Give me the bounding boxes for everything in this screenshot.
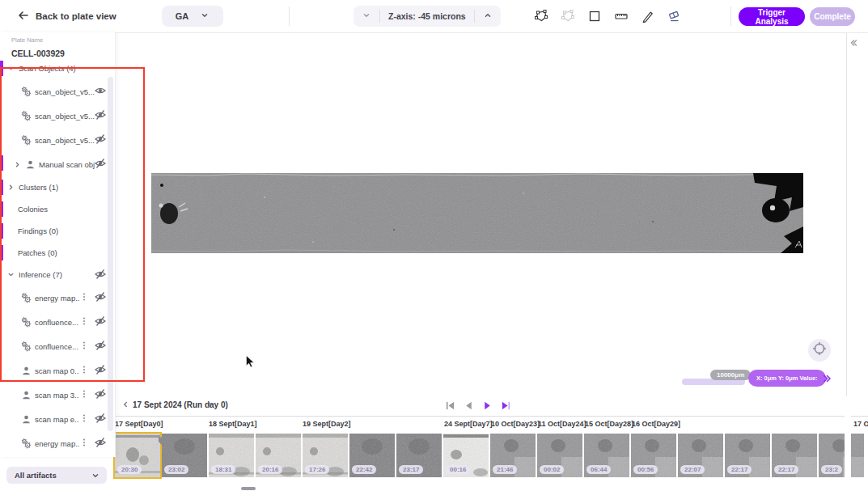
kebab-menu-icon[interactable]: [79, 389, 89, 400]
rectangle-tool[interactable]: [587, 9, 602, 23]
layer-row-inference-7[interactable]: Inference (7): [0, 264, 115, 286]
visibility-off-icon[interactable]: [95, 315, 106, 328]
timeline-thumbnail[interactable]: 18:31: [209, 434, 254, 477]
timeline-thumbnail[interactable]: 17:26: [303, 434, 348, 477]
layer-label: Patches (0): [18, 248, 57, 257]
chevron-right-icon[interactable]: [6, 183, 15, 192]
layer-row-scan-object-v5[interactable]: scan_object_v5...: [0, 128, 115, 152]
brush-tool[interactable]: [641, 9, 655, 23]
back-to-plate-view-button[interactable]: Back to plate view: [18, 0, 116, 32]
chevron-down-icon[interactable]: [6, 270, 15, 279]
toolbar: Back to plate view GA Z-axis: -45 micron…: [0, 0, 868, 33]
previous-day-button[interactable]: [120, 400, 131, 411]
z-axis-up-button[interactable]: [475, 11, 501, 22]
layer-row-scan-map-0[interactable]: scan map 0...: [0, 358, 115, 383]
timeline-thumbnail[interactable]: 00:16: [443, 434, 489, 477]
timeline-thumbnail[interactable]: 20:16: [256, 434, 301, 477]
expand-coordinates-button[interactable]: [822, 373, 833, 387]
layer-row-scan-object-v5[interactable]: scan_object_v5...: [0, 104, 115, 128]
timeline-position-marker[interactable]: [158, 434, 166, 449]
layer-label: scan map e...: [35, 415, 79, 424]
layer-row-scan-object-v5[interactable]: scan_object_v5...: [0, 79, 115, 104]
layer-row-scan-objects-4[interactable]: Scan Objects (4): [0, 57, 115, 79]
well-selector-dropdown[interactable]: GA: [162, 6, 223, 27]
layer-row-scan-map-e[interactable]: scan map e...: [0, 407, 115, 431]
double-chevron-left-icon: [849, 36, 858, 51]
collapse-right-panel-button[interactable]: [847, 37, 860, 50]
scan-image-strip[interactable]: [151, 173, 803, 253]
layer-label: energy map...: [35, 294, 79, 303]
layer-row-patches-0[interactable]: Patches (0): [0, 242, 115, 264]
timeline-thumbnail[interactable]: 21:46: [490, 434, 536, 477]
layer-row-findings-0[interactable]: Findings (0): [0, 220, 115, 242]
kebab-menu-icon[interactable]: [79, 365, 89, 376]
timeline-thumbnail[interactable]: 23:02: [162, 434, 207, 477]
chevron-right-icon[interactable]: [13, 160, 22, 169]
visibility-off-icon[interactable]: [95, 364, 106, 377]
visibility-off-icon[interactable]: [95, 437, 106, 450]
play-button[interactable]: [481, 400, 493, 411]
timeline-thumbnail[interactable]: 23:17: [396, 434, 442, 477]
visibility-off-icon[interactable]: [95, 109, 106, 122]
step-back-button[interactable]: [463, 400, 474, 411]
layer-label: confluence...: [35, 318, 78, 327]
thumbnail-timestamp: 23:17: [399, 465, 423, 474]
visibility-on-icon[interactable]: [95, 85, 106, 98]
layer-row-confluence[interactable]: confluence...: [0, 310, 115, 334]
timeline-thumbnail[interactable]: 22:17: [772, 434, 817, 477]
visibility-off-icon[interactable]: [95, 158, 106, 171]
layer-row-manual-scan-obj[interactable]: Manual scan obj...: [0, 152, 115, 176]
z-axis-down-button[interactable]: [354, 11, 379, 22]
next-day-button[interactable]: [204, 400, 215, 411]
timeline-thumbnail[interactable]: 20:30: [115, 434, 160, 477]
visibility-off-icon[interactable]: [95, 388, 106, 401]
thumbnail-timestamp: 00:56: [633, 465, 658, 474]
chevron-up-icon: [483, 11, 493, 22]
timeline-thumbnail[interactable]: 00:56: [631, 434, 676, 477]
thumbnail-timestamp: 00:02: [540, 465, 564, 474]
eraser-tool[interactable]: [667, 9, 682, 23]
visibility-off-icon[interactable]: [95, 133, 106, 146]
kebab-menu-icon[interactable]: [79, 413, 89, 425]
pipeline-gears-icon: [21, 438, 32, 449]
timeline-horizontal-scrollbar[interactable]: [241, 487, 256, 490]
timeline-thumbnail[interactable]: 23:2: [819, 434, 864, 477]
visibility-off-icon[interactable]: [95, 269, 106, 281]
polygon-select-tool[interactable]: [534, 9, 548, 23]
timeline-thumbnail[interactable]: 22:42: [349, 434, 395, 477]
timeline-thumbnail[interactable]: 22:17: [725, 434, 770, 477]
visibility-off-icon[interactable]: [95, 340, 106, 353]
kebab-menu-icon[interactable]: [79, 292, 89, 303]
layer-row-colonies[interactable]: Colonies: [0, 198, 115, 220]
complete-button[interactable]: Complete: [810, 7, 855, 26]
kebab-menu-icon[interactable]: [79, 341, 89, 352]
kebab-menu-icon[interactable]: [79, 316, 89, 328]
timeline-thumbnail[interactable]: 06:44: [584, 434, 629, 477]
image-viewer-canvas[interactable]: 10000μm X: 0μm Y: 0μm Value:: [115, 32, 868, 396]
skip-start-button[interactable]: [444, 400, 455, 411]
skip-end-button[interactable]: [500, 400, 511, 411]
visibility-off-icon[interactable]: [95, 291, 106, 304]
row-actions: [95, 158, 106, 171]
layer-label: Colonies: [18, 205, 48, 214]
ruler-tool[interactable]: [614, 9, 629, 23]
chevron-down-icon: [362, 11, 371, 22]
all-artifacts-dropdown[interactable]: All artifacts: [6, 467, 107, 484]
trigger-analysis-button[interactable]: Trigger Analysis: [739, 7, 805, 26]
layer-row-clusters-1[interactable]: Clusters (1): [0, 176, 115, 198]
user-icon: [25, 159, 36, 170]
timeline-thumbnail[interactable]: 00:02: [537, 434, 582, 477]
sidebar-scrollbar[interactable]: [108, 77, 113, 431]
layer-row-energy-map[interactable]: energy map...: [0, 431, 115, 455]
visibility-off-icon[interactable]: [95, 413, 106, 425]
drawing-tools: [534, 0, 682, 32]
timeline-thumbnail[interactable]: 22:07: [678, 434, 723, 477]
chevron-down-icon[interactable]: [6, 64, 15, 73]
kebab-menu-icon[interactable]: [79, 438, 89, 449]
row-actions: [79, 388, 106, 401]
layer-row-scan-map-3[interactable]: scan map 3...: [0, 383, 115, 407]
scale-bar-label: 10000μm: [710, 370, 751, 380]
layer-row-energy-map[interactable]: energy map...: [0, 286, 115, 310]
recenter-target-button[interactable]: [808, 339, 831, 362]
layer-row-confluence[interactable]: confluence...: [0, 334, 115, 358]
